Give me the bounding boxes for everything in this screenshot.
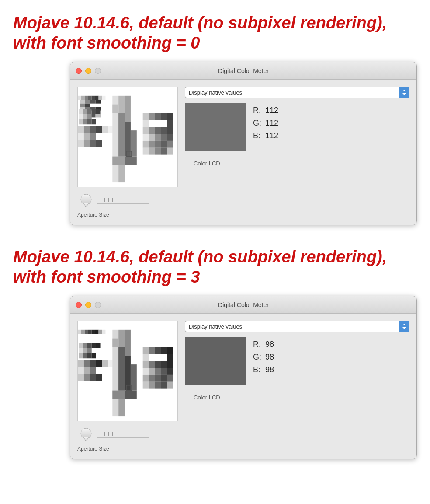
titlebar-2: Digital Color Meter — [70, 296, 416, 314]
svg-rect-146 — [143, 368, 149, 375]
section-1: Mojave 10.14.6, default (no subpixel ren… — [0, 0, 430, 225]
section-2-title: Mojave 10.14.6, default (no subpixel ren… — [0, 234, 430, 296]
svg-rect-128 — [112, 339, 118, 347]
g-value-row-2: G: 98 — [253, 353, 274, 362]
svg-rect-145 — [167, 361, 173, 368]
svg-rect-19 — [85, 96, 88, 100]
svg-rect-107 — [87, 348, 92, 354]
r-value-row-1: R: 112 — [253, 106, 278, 115]
svg-rect-31 — [83, 114, 87, 119]
tick-6 — [97, 432, 97, 436]
bottom-row-1: Aperture Size — [77, 192, 409, 218]
tick-8 — [104, 432, 105, 436]
mac-window-1: Digital Color Meter — [70, 62, 417, 225]
svg-rect-159 — [161, 382, 167, 389]
svg-rect-74 — [161, 134, 167, 141]
r-value-1: 112 — [265, 106, 278, 115]
svg-rect-92 — [78, 330, 81, 334]
svg-rect-112 — [78, 360, 84, 368]
svg-rect-103 — [92, 343, 96, 348]
svg-rect-110 — [87, 354, 92, 359]
maximize-button-2[interactable] — [95, 302, 101, 308]
svg-rect-6 — [85, 104, 90, 107]
display-mode-dropdown-1[interactable]: Display native values — [185, 87, 399, 98]
svg-rect-156 — [143, 382, 149, 389]
close-button-2[interactable] — [76, 302, 82, 308]
dropdown-value-2: Display native values — [189, 323, 242, 330]
svg-rect-73 — [155, 134, 161, 141]
tick-3 — [104, 198, 105, 202]
svg-rect-155 — [167, 375, 173, 382]
svg-rect-76 — [143, 141, 149, 148]
window-title-2: Digital Color Meter — [218, 301, 269, 308]
traffic-lights-1 — [76, 68, 101, 74]
close-button-1[interactable] — [76, 68, 82, 74]
svg-rect-46 — [78, 140, 84, 147]
svg-rect-38 — [84, 126, 90, 133]
svg-rect-61 — [155, 113, 161, 120]
minimize-button-2[interactable] — [85, 302, 91, 308]
minimize-button-1[interactable] — [85, 68, 91, 74]
svg-rect-81 — [143, 148, 149, 155]
color-lcd-label-2: Color LCD — [194, 391, 409, 401]
dropdown-arrow-2[interactable] — [399, 321, 409, 332]
svg-rect-48 — [90, 140, 96, 147]
svg-rect-16 — [96, 114, 101, 118]
svg-rect-40 — [96, 126, 102, 133]
svg-rect-69 — [161, 127, 167, 134]
svg-rect-120 — [90, 367, 96, 374]
right-panel-2: Display native values — [185, 321, 409, 401]
dropdown-value-1: Display native values — [189, 89, 242, 96]
svg-rect-35 — [87, 119, 92, 125]
aperture-section-1: Aperture Size — [77, 192, 149, 218]
svg-rect-158 — [155, 382, 161, 389]
display-mode-dropdown-2[interactable]: Display native values — [185, 321, 399, 332]
svg-rect-151 — [143, 375, 149, 382]
dropdown-container-1: Display native values — [185, 87, 409, 98]
svg-rect-84 — [161, 148, 167, 155]
svg-rect-111 — [92, 354, 96, 359]
svg-rect-25 — [79, 109, 83, 114]
aperture-slider-1[interactable] — [77, 193, 95, 209]
svg-rect-139 — [143, 354, 149, 361]
svg-rect-75 — [167, 134, 173, 141]
svg-rect-66 — [143, 127, 149, 134]
svg-marker-165 — [83, 437, 89, 441]
svg-rect-23 — [99, 96, 102, 100]
svg-rect-133 — [125, 391, 137, 399]
svg-rect-129 — [118, 347, 125, 391]
svg-rect-49 — [96, 140, 102, 147]
svg-rect-45 — [90, 133, 96, 140]
svg-rect-67 — [149, 127, 155, 134]
color-lcd-label-1: Color LCD — [194, 157, 409, 167]
b-value-1: 112 — [265, 131, 278, 140]
r-value-row-2: R: 98 — [253, 340, 274, 349]
color-values-2: R: 98 G: 98 B: 98 — [253, 337, 274, 374]
svg-rect-123 — [90, 374, 96, 381]
r-label-1: R: — [253, 106, 262, 115]
svg-rect-41 — [102, 126, 108, 133]
tick-7 — [101, 432, 101, 436]
svg-rect-143 — [155, 361, 161, 368]
svg-rect-97 — [95, 330, 99, 334]
maximize-button-1[interactable] — [95, 68, 101, 74]
dropdown-arrow-1[interactable] — [399, 87, 409, 98]
svg-rect-132 — [112, 391, 125, 399]
svg-rect-32 — [87, 114, 92, 119]
svg-rect-30 — [79, 114, 83, 119]
svg-rect-53 — [112, 105, 118, 113]
bottom-row-2: Aperture Size — [77, 426, 409, 452]
svg-rect-96 — [92, 330, 95, 334]
svg-rect-2 — [85, 100, 90, 104]
svg-rect-106 — [83, 348, 87, 354]
svg-rect-144 — [161, 361, 167, 368]
aperture-slider-2[interactable] — [77, 427, 95, 443]
tick-9 — [108, 432, 109, 436]
top-row-1: Display native values — [77, 87, 409, 187]
svg-rect-26 — [83, 109, 87, 114]
svg-rect-115 — [96, 360, 102, 368]
svg-marker-90 — [83, 203, 89, 207]
svg-rect-34 — [83, 119, 87, 125]
svg-rect-43 — [78, 133, 84, 140]
svg-rect-22 — [95, 96, 99, 100]
